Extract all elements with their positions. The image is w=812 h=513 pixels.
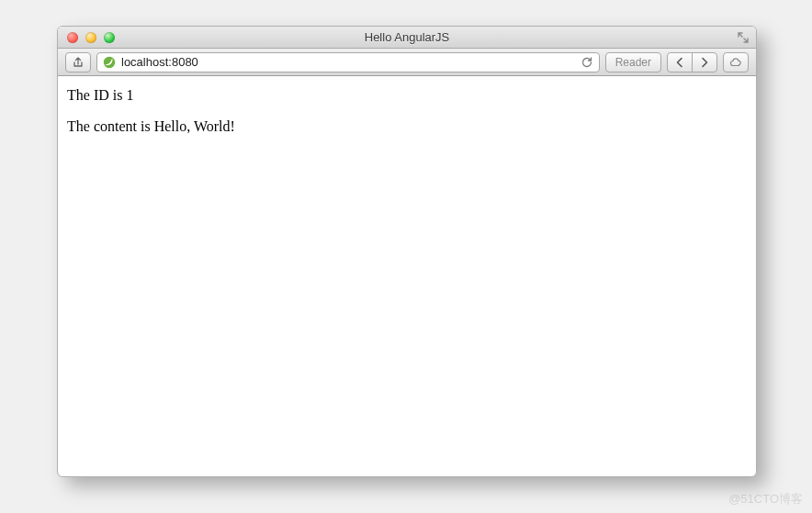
share-button[interactable] xyxy=(65,52,91,72)
nav-group xyxy=(667,52,717,72)
zoom-window-button[interactable] xyxy=(104,32,115,43)
watermark: @51CTO博客 xyxy=(728,491,803,507)
page-content: The ID is 1 The content is Hello, World! xyxy=(58,76,756,476)
back-button[interactable] xyxy=(667,52,693,72)
window-title: Hello AngularJS xyxy=(58,30,756,44)
reader-button[interactable]: Reader xyxy=(605,52,661,72)
spring-favicon-icon xyxy=(103,56,116,69)
address-bar[interactable]: localhost:8080 xyxy=(96,52,600,72)
icloud-tabs-button[interactable] xyxy=(723,52,749,72)
cloud-icon xyxy=(729,56,742,69)
fullscreen-icon[interactable] xyxy=(738,32,749,43)
id-line: The ID is 1 xyxy=(67,87,747,104)
chevron-left-icon xyxy=(673,56,686,69)
forward-button[interactable] xyxy=(692,52,717,72)
url-text: localhost:8080 xyxy=(121,55,575,69)
close-window-button[interactable] xyxy=(67,32,78,43)
browser-window: Hello AngularJS localhost:8080 Reader xyxy=(57,26,757,477)
content-line: The content is Hello, World! xyxy=(67,118,747,135)
toolbar: localhost:8080 Reader xyxy=(58,49,756,76)
share-icon xyxy=(72,56,85,69)
titlebar: Hello AngularJS xyxy=(58,27,756,49)
reader-label: Reader xyxy=(615,56,651,69)
reload-button[interactable] xyxy=(581,56,593,69)
minimize-window-button[interactable] xyxy=(85,32,96,43)
chevron-right-icon xyxy=(698,56,711,69)
svg-point-0 xyxy=(104,56,115,67)
window-controls xyxy=(58,32,115,43)
